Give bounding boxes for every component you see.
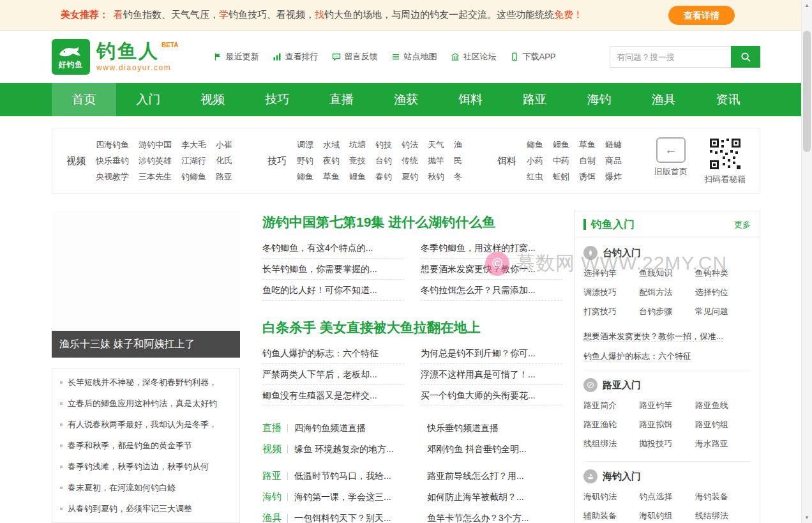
article-link[interactable]: 严禁两类人下竿后，老板却... (262, 364, 404, 385)
subnav-link[interactable]: 李大毛 (181, 139, 206, 151)
nav-item[interactable]: 饵料 (438, 83, 502, 116)
nav-item[interactable]: 直播 (310, 83, 374, 116)
nav-item[interactable]: 技巧 (245, 83, 310, 116)
guide-link[interactable]: 鱼线知识 (639, 268, 695, 279)
nav-item[interactable]: 入门 (116, 83, 181, 116)
guide-link[interactable]: 打窝技巧 (583, 306, 639, 317)
article-link[interactable]: 为何总是钓不到斤鲫？你可... (421, 343, 562, 364)
guide-link[interactable]: 常见问题 (695, 306, 751, 317)
nav-item[interactable]: 资讯 (696, 83, 760, 116)
list-item[interactable]: 立春后的鲫鱼应用这种钓法，真是太好钓 (52, 393, 239, 414)
subnav-link[interactable]: 草鱼 (579, 139, 596, 151)
scrollbar-up-arrow[interactable]: ▲ (802, 0, 812, 11)
subnav-link[interactable]: 传统 (402, 155, 418, 167)
old-homepage-button[interactable]: ← 旧版首页 (654, 137, 688, 185)
guide-link[interactable]: 路亚简介 (583, 400, 639, 411)
subnav-link[interactable]: 夏钓 (402, 171, 418, 183)
subnav-link[interactable]: 诱饵 (579, 171, 596, 183)
subnav-link[interactable]: 鲤鱼 (553, 139, 569, 151)
category-link-right[interactable]: 快乐垂钓频道直播 (427, 423, 562, 434)
category-label[interactable]: 视频 (262, 443, 282, 455)
subnav-link[interactable]: 四海钓鱼 (96, 139, 129, 151)
guide-link[interactable]: 线组绑法 (583, 438, 639, 450)
list-item[interactable]: 有人说春秋两季最好，我却认为是冬季， (52, 414, 239, 435)
subnav-link[interactable]: 春钓 (375, 171, 392, 183)
guide-link[interactable]: 线结绑法 (695, 510, 751, 522)
subnav-link[interactable]: 鲫鱼 (297, 171, 313, 183)
subnav-link[interactable]: 冬 (454, 171, 462, 183)
guide-link[interactable]: 选择钓位 (695, 287, 751, 298)
subnav-link[interactable]: 红虫 (527, 171, 543, 183)
guide-link[interactable]: 路亚渔轮 (583, 419, 639, 430)
subnav-link[interactable]: 渔 (454, 139, 462, 151)
article-link[interactable]: 冬钓拉饵怎么开？只需添加... (421, 280, 562, 301)
category-link-right[interactable]: 鱼竿卡节怎么办？3个方... (427, 513, 562, 523)
subnav-link[interactable]: 夜钓 (323, 155, 340, 167)
category-link-left[interactable]: 四海钓鱼频道直播 (294, 423, 427, 434)
article-link[interactable]: 冬季钓鲫鱼，用这样的打窝... (421, 238, 562, 259)
guide-link[interactable]: 鱼钩种类 (695, 268, 751, 279)
subnav-link[interactable]: 鲤鱼 (349, 171, 366, 183)
subnav-link[interactable]: 抛竿 (428, 155, 444, 167)
scrollbar-thumb[interactable] (803, 31, 811, 152)
subnav-link[interactable]: 坑塘 (349, 139, 366, 151)
list-item[interactable]: 春末夏初，在河流如何钓白鲦 (52, 477, 239, 498)
guide-link[interactable]: 辅助装备 (583, 510, 639, 522)
category-link-right[interactable]: 如何防止海竿被截胡？... (427, 492, 562, 503)
subnav-link[interactable]: 草鱼 (323, 171, 340, 183)
guide-group-header[interactable]: 路亚入门 (583, 378, 751, 392)
header-link-feedback[interactable]: 留言反馈 (332, 51, 377, 63)
guide-group-header[interactable]: 台钓入门 (583, 246, 751, 260)
category-label[interactable]: 海钓 (262, 491, 282, 503)
subnav-link[interactable]: 钓技 (375, 139, 392, 151)
subnav-link[interactable]: 爆炸 (605, 171, 622, 183)
guide-link[interactable]: 路亚拟饵 (639, 419, 695, 430)
list-item[interactable]: 春季钓浅滩，秋季钓边边，秋季钓从何 (52, 456, 239, 477)
guide-link[interactable]: 钓点选择 (639, 491, 695, 503)
category-link-left[interactable]: 缘鱼 环境越复杂的地方... (294, 444, 427, 455)
category-link-left[interactable]: 海钓第一课，学会这三... (294, 492, 427, 503)
site-logo[interactable]: 好钓鱼 钓鱼人 BETA www.diaoyur.com (52, 39, 178, 75)
category-link-left[interactable]: 一包饵料钓天下？别天... (294, 513, 427, 523)
subnav-link[interactable]: 央视教学 (96, 171, 129, 183)
more-link[interactable]: 更多 (734, 219, 751, 231)
subnav-link[interactable]: 竞技 (349, 155, 366, 167)
article-link[interactable]: 想要酒米发窝更快？教你一... (421, 259, 562, 280)
view-details-button[interactable]: 查看详情 (668, 6, 735, 25)
header-link-sitemap[interactable]: 站点地图 (391, 51, 437, 63)
nav-item[interactable]: 视频 (181, 83, 245, 116)
guide-link[interactable]: 调漂技巧 (583, 287, 639, 298)
subnav-link[interactable]: 野钓 (297, 155, 313, 167)
list-item[interactable]: 长竿短线并不神秘，深冬初春野钓利器， (52, 372, 239, 393)
subnav-label-skills[interactable]: 技巧 (267, 155, 287, 167)
list-item[interactable]: 从春钓到夏钓，必须牢记三大调整 (52, 498, 239, 519)
subnav-link[interactable]: 游钓中国 (139, 139, 172, 151)
subnav-link[interactable]: 涉钓英雄 (139, 155, 172, 167)
guide-link[interactable]: 路亚钓竿 (639, 400, 695, 411)
subnav-label-bait[interactable]: 饵料 (497, 155, 516, 167)
nav-item[interactable]: 海钓 (567, 83, 631, 116)
search-button[interactable] (731, 46, 760, 68)
subnav-link[interactable]: 路亚 (216, 171, 232, 183)
subnav-link[interactable]: 自制 (579, 155, 596, 167)
article-link[interactable]: 浮漂不这样用真是可惜了！... (421, 364, 562, 385)
subnav-link[interactable]: 江湖行 (181, 155, 206, 167)
article-link[interactable]: 长竿钓鲫鱼，你需要掌握的... (262, 259, 404, 280)
subnav-link[interactable]: 鲢鳙 (605, 139, 622, 151)
subnav-link[interactable]: 小崔 (216, 139, 232, 151)
guide-link[interactable]: 海矶钓法 (583, 491, 639, 503)
category-label[interactable]: 直播 (262, 422, 282, 434)
guide-link[interactable]: 海矶钓组 (639, 510, 695, 522)
article-link[interactable]: 买一个钓鱼大师的头衔要花... (421, 385, 562, 406)
header-link-rankings[interactable]: 查看排行 (273, 51, 318, 63)
subnav-link[interactable]: 水域 (323, 139, 340, 151)
guide-article-link[interactable]: 想要酒米发窝更快？教你一招，保准... (583, 331, 723, 342)
guide-group-header[interactable]: 海钓入门 (583, 469, 751, 483)
guide-link[interactable]: 海钓装备 (695, 491, 751, 503)
subnav-link[interactable]: 蚯蚓 (553, 171, 569, 183)
subnav-link[interactable]: 天气 (428, 139, 444, 151)
nav-item[interactable]: 渔获 (374, 83, 439, 116)
section-title-1[interactable]: 游钓中国第七第19集 进什么湖钓什么鱼 (262, 213, 562, 231)
header-link-download-app[interactable]: 下载APP (510, 51, 555, 63)
guide-link[interactable]: 路亚钓组 (695, 419, 751, 430)
